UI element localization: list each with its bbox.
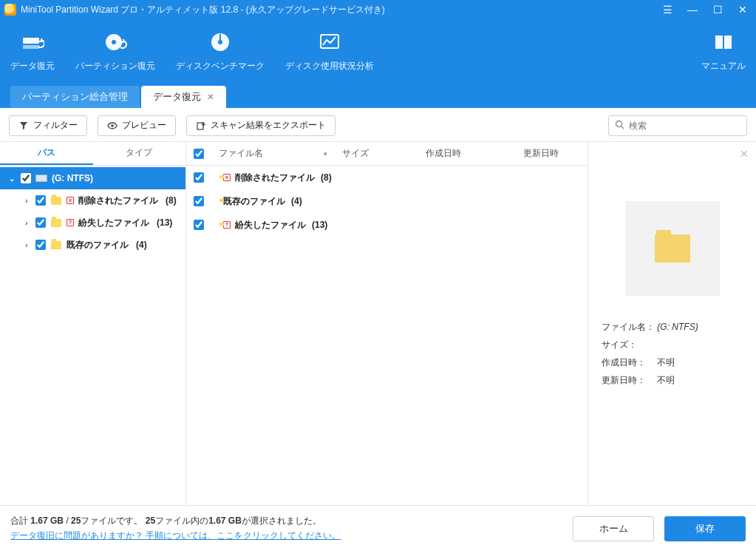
- eye-icon: [107, 121, 118, 131]
- folder-icon: [50, 239, 62, 251]
- row-checkbox[interactable]: [194, 196, 204, 206]
- close-tab-icon[interactable]: ✕: [207, 92, 214, 102]
- tab-label: パス: [38, 146, 55, 159]
- list-item[interactable]: 既存のファイル (4): [186, 189, 588, 213]
- tree-checkbox[interactable]: [35, 240, 46, 250]
- question-badge-icon: ?: [67, 219, 74, 226]
- search-icon: [615, 120, 624, 132]
- help-link[interactable]: データ復旧に問題がありますか？ 手順については、ここをクリックしてください。: [10, 530, 341, 541]
- question-badge-icon: ?: [223, 221, 231, 229]
- document-tabstrip: パーティション総合管理 データ復元 ✕: [0, 83, 756, 109]
- meta-value-mtime: 不明: [657, 375, 675, 385]
- button-label: プレビュー: [122, 119, 166, 132]
- button-label: スキャン結果をエクスポート: [211, 119, 326, 132]
- tree-node-deleted[interactable]: › x 削除されたファイル (8): [0, 189, 185, 212]
- window-titlebar: MiniTool Partition Wizard プロ・アルティメット版 12…: [0, 0, 756, 19]
- x-badge-icon: x: [223, 174, 231, 181]
- tree-tab-path[interactable]: パス: [0, 142, 93, 165]
- drive-icon: [35, 172, 47, 184]
- tool-label: ディスク使用状況分析: [285, 60, 374, 72]
- tree-node-existing[interactable]: › 既存のファイル (4): [0, 234, 185, 256]
- search-box[interactable]: [608, 115, 747, 136]
- tree-node-lost[interactable]: › ? 紛失したファイル (13): [0, 212, 185, 234]
- tool-disk-usage[interactable]: ディスク使用状況分析: [275, 19, 384, 83]
- app-icon: [4, 4, 16, 16]
- tree-checkbox[interactable]: [21, 173, 31, 183]
- tool-partition-recovery[interactable]: パーティション復元: [65, 19, 166, 83]
- save-button[interactable]: 保存: [664, 516, 746, 541]
- preview-panel: ✕ ファイル名： (G: NTFS) サイズ： 作成日時： 不明 更新日時： 不…: [588, 142, 756, 505]
- header-size[interactable]: サイズ: [335, 142, 418, 165]
- tool-data-recovery[interactable]: データ復元: [0, 19, 65, 83]
- disk-benchmark-icon: [208, 30, 232, 54]
- tool-label: マニュアル: [701, 60, 746, 72]
- file-list-header: ファイル名 ▾ サイズ 作成日時 更新日時: [186, 142, 588, 166]
- header-created[interactable]: 作成日時: [418, 142, 516, 165]
- header-label: 作成日時: [426, 147, 461, 160]
- tree-node-count: (13): [157, 217, 172, 228]
- chevron-right-icon[interactable]: ›: [22, 197, 31, 205]
- summary-total-files: 25: [71, 515, 81, 526]
- list-item[interactable]: x 削除されたファイル (8): [186, 166, 588, 189]
- sort-caret-icon: ▾: [324, 150, 327, 158]
- row-checkbox[interactable]: [194, 220, 204, 230]
- action-bar: フィルター プレビュー スキャン結果をエクスポート: [0, 109, 756, 142]
- close-preview-button[interactable]: ✕: [740, 148, 749, 160]
- tree-node-count: (4): [136, 240, 147, 250]
- main-toolbar: データ復元 パーティション復元 ディスクベンチマーク ディスク使用状況分析 マニ…: [0, 19, 756, 83]
- tab-partition-management[interactable]: パーティション総合管理: [10, 86, 140, 108]
- summary-text: ファイル内の: [155, 515, 208, 526]
- chevron-down-icon[interactable]: ⌄: [7, 175, 16, 183]
- summary-selected-size: 1.67 GB: [208, 515, 242, 526]
- svg-point-9: [111, 124, 114, 127]
- file-count: (4): [291, 196, 302, 206]
- close-window-button[interactable]: ✕: [734, 2, 752, 17]
- tree-node-label: 既存のファイル: [67, 239, 129, 251]
- tool-disk-benchmark[interactable]: ディスクベンチマーク: [166, 19, 275, 83]
- chevron-right-icon[interactable]: ›: [22, 241, 31, 249]
- tool-manual[interactable]: マニュアル: [691, 19, 756, 83]
- x-badge-icon: x: [67, 197, 74, 204]
- maximize-button[interactable]: ☐: [709, 2, 726, 17]
- tree-tabs: パス タイプ: [0, 142, 185, 166]
- tree-node-count: (8): [166, 195, 177, 206]
- header-label: 更新日時: [523, 147, 559, 160]
- file-name: 紛失したファイル: [235, 219, 306, 231]
- header-modified[interactable]: 更新日時: [516, 142, 588, 165]
- minimize-button[interactable]: —: [684, 2, 701, 17]
- summary-text: が選択されました。: [242, 515, 321, 526]
- header-label: ファイル名: [219, 147, 263, 160]
- tree-checkbox[interactable]: [35, 217, 46, 228]
- row-checkbox[interactable]: [194, 172, 204, 183]
- preview-button[interactable]: プレビュー: [98, 115, 176, 136]
- select-all-checkbox[interactable]: [194, 149, 204, 159]
- file-count: (13): [312, 220, 327, 230]
- list-item[interactable]: ? 紛失したファイル (13): [186, 213, 588, 237]
- folder-thumb-icon: [655, 234, 690, 263]
- tool-label: パーティション復元: [75, 60, 155, 72]
- meta-value-filename: (G: NTFS): [657, 322, 698, 332]
- home-button[interactable]: ホーム: [573, 516, 654, 541]
- tree-node-label: (G: NTFS): [52, 173, 93, 183]
- tree-root-node[interactable]: ⌄ (G: NTFS): [0, 167, 185, 189]
- tree-tab-type[interactable]: タイプ: [93, 142, 186, 165]
- footer-bar: 合計 1.67 GB / 25ファイルです。 25ファイル内の1.67 GBが選…: [0, 505, 756, 551]
- tree-checkbox[interactable]: [35, 195, 46, 206]
- tab-data-recovery[interactable]: データ復元 ✕: [141, 86, 226, 108]
- search-input[interactable]: [629, 121, 740, 131]
- svg-rect-0: [23, 38, 39, 44]
- tool-label: データ復元: [10, 60, 55, 72]
- hamburger-menu-icon[interactable]: ☰: [658, 2, 676, 17]
- left-panel: パス タイプ ⌄ (G: NTFS) › x 削除されたファイル (8): [0, 142, 186, 505]
- summary-text: /: [64, 515, 71, 526]
- export-button[interactable]: スキャン結果をエクスポート: [186, 115, 336, 136]
- header-label: サイズ: [342, 147, 369, 160]
- header-name[interactable]: ファイル名 ▾: [211, 142, 335, 165]
- manual-icon: [712, 30, 735, 54]
- chevron-right-icon[interactable]: ›: [22, 219, 31, 227]
- file-list-body: x 削除されたファイル (8) 既存のファイル (4) ? 紛失した: [186, 166, 588, 505]
- summary-selected-files: 25: [146, 515, 155, 526]
- header-checkbox-cell[interactable]: [186, 142, 211, 165]
- meta-label-filename: ファイル名：: [602, 318, 655, 336]
- filter-button[interactable]: フィルター: [9, 115, 87, 136]
